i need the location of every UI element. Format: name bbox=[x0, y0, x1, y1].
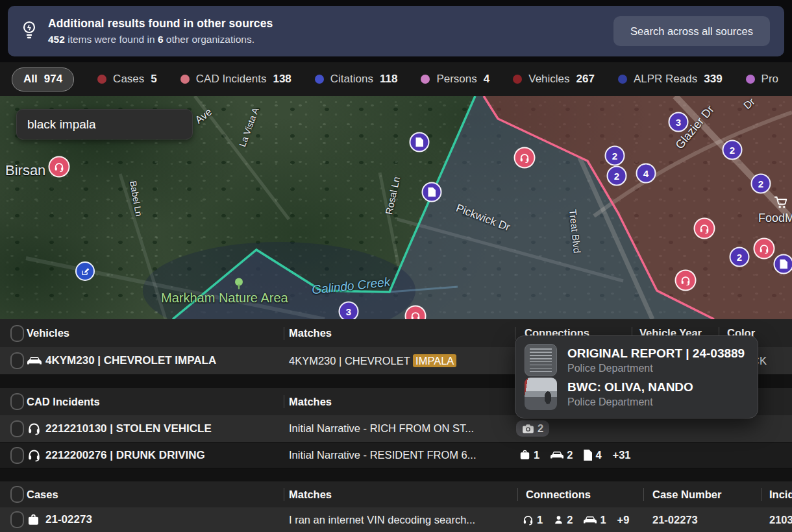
store-cart-icon bbox=[774, 195, 788, 210]
filter-citations[interactable]: Citations118 bbox=[315, 73, 398, 86]
filter-cad-incidents[interactable]: CAD Incidents138 bbox=[180, 73, 291, 86]
cad-row[interactable]: 2212210130 | STOLEN VEHICLE Initial Narr… bbox=[0, 415, 792, 442]
other-sources-banner: Additional results found in other source… bbox=[8, 6, 784, 56]
cases-matches-header: Matches bbox=[289, 489, 332, 501]
briefcase-icon bbox=[519, 450, 530, 461]
connections-popup: ORIGINAL REPORT | 24-03889 Police Depart… bbox=[515, 335, 758, 418]
headset-icon bbox=[519, 152, 530, 163]
select-all-cad-checkbox[interactable] bbox=[10, 393, 24, 410]
case-marker[interactable] bbox=[422, 182, 442, 202]
cad-section-title: CAD Incidents bbox=[27, 396, 100, 408]
incident-value: 2103 bbox=[769, 514, 792, 526]
banner-subtitle: 452 items were found in 6 other organiza… bbox=[48, 34, 273, 45]
citation-marker[interactable] bbox=[75, 261, 95, 281]
vehicle-title: 4KYM230 | CHEVROLET IMPALA bbox=[45, 354, 216, 367]
more-connections: +9 bbox=[617, 514, 630, 526]
case-row[interactable]: 21-02273 I ran an internet VIN decoding … bbox=[0, 507, 792, 532]
case-match: I ran an internet VIN decoding search... bbox=[289, 514, 475, 526]
cases-dot-icon bbox=[97, 75, 106, 84]
popup-item-bwc[interactable]: BWC: OLIVA, NANDO Police Department bbox=[525, 378, 749, 410]
headset-icon bbox=[699, 223, 710, 234]
search-all-sources-button[interactable]: Search across all sources bbox=[613, 16, 770, 46]
bwc-thumbnail bbox=[525, 378, 557, 410]
map-label-markham: Markham Nature Area bbox=[161, 291, 288, 306]
select-all-vehicles-checkbox[interactable] bbox=[10, 325, 24, 342]
cluster-marker[interactable]: 4 bbox=[636, 163, 656, 184]
car-icon bbox=[27, 356, 42, 365]
cluster-marker[interactable]: 2 bbox=[723, 140, 743, 160]
popup-item-report[interactable]: ORIGINAL REPORT | 24-03889 Police Depart… bbox=[525, 344, 749, 376]
pencil-icon bbox=[80, 267, 90, 276]
vehicles-matches-header: Matches bbox=[289, 327, 332, 339]
cad-row-checkbox[interactable] bbox=[10, 420, 24, 437]
popup-item-title: ORIGINAL REPORT | 24-03889 bbox=[567, 346, 745, 361]
lightbulb-icon bbox=[21, 20, 38, 42]
cluster-marker[interactable]: 3 bbox=[669, 112, 689, 132]
citations-dot-icon bbox=[315, 75, 324, 84]
popup-item-title: BWC: OLIVA, NANDO bbox=[567, 380, 693, 394]
cases-section-title: Cases bbox=[27, 489, 58, 501]
tree-icon bbox=[234, 278, 244, 291]
cluster-marker[interactable]: 2 bbox=[751, 174, 771, 194]
document-icon bbox=[415, 138, 423, 147]
vehicle-row-checkbox[interactable] bbox=[10, 352, 24, 369]
cad-incident-title: 2212210130 | STOLEN VEHICLE bbox=[45, 422, 212, 435]
headset-icon bbox=[54, 162, 65, 172]
filter-cases[interactable]: Cases5 bbox=[97, 73, 157, 86]
popup-item-org: Police Department bbox=[567, 363, 745, 374]
persons-dot-icon bbox=[421, 75, 430, 84]
map-search-input[interactable] bbox=[16, 109, 193, 139]
case-marker[interactable] bbox=[774, 254, 792, 274]
cad-incident-marker[interactable] bbox=[754, 238, 775, 260]
cad-row[interactable]: 2212200276 | DRUNK DRIVING Initial Narra… bbox=[0, 442, 792, 468]
cluster-marker[interactable]: 3 bbox=[339, 302, 359, 320]
case-marker[interactable] bbox=[410, 132, 430, 152]
filter-vehicles[interactable]: Vehicles267 bbox=[513, 73, 595, 86]
banner-title: Additional results found in other source… bbox=[48, 17, 273, 30]
case-row-checkbox[interactable] bbox=[10, 511, 24, 528]
banner-strip: Additional results found in other source… bbox=[0, 0, 792, 62]
camera-icon bbox=[522, 424, 534, 434]
cad-incident-marker[interactable] bbox=[49, 156, 70, 178]
report-thumbnail bbox=[525, 344, 557, 376]
case-title: 21-02273 bbox=[45, 513, 92, 526]
vehicles-section-title: Vehicles bbox=[27, 327, 69, 339]
match-highlight: IMPALA bbox=[413, 354, 456, 367]
popup-item-org: Police Department bbox=[567, 396, 693, 408]
document-icon bbox=[584, 450, 592, 461]
filter-pro[interactable]: Pro bbox=[746, 73, 778, 86]
select-all-cases-checkbox[interactable] bbox=[10, 486, 24, 503]
cluster-marker[interactable]: 2 bbox=[605, 146, 625, 166]
document-icon bbox=[428, 187, 436, 197]
cluster-marker[interactable]: 2 bbox=[607, 166, 627, 186]
car-icon bbox=[584, 516, 597, 524]
cad-dot-icon bbox=[180, 75, 190, 84]
result-type-filter-bar: All 974 Cases5 CAD Incidents138 Citation… bbox=[0, 62, 792, 96]
filter-all[interactable]: All 974 bbox=[12, 67, 74, 91]
cad-row-checkbox[interactable] bbox=[10, 447, 24, 464]
filter-alpr-reads[interactable]: ALPR Reads339 bbox=[618, 73, 723, 86]
filter-persons[interactable]: Persons4 bbox=[421, 73, 489, 86]
cases-connections-header: Connections bbox=[526, 489, 591, 501]
vehicles-dot-icon bbox=[513, 75, 522, 84]
alpr-dot-icon bbox=[618, 75, 627, 84]
map-label-birsan: Birsan bbox=[5, 162, 45, 179]
cad-incident-marker[interactable] bbox=[694, 218, 715, 239]
cad-incident-marker[interactable] bbox=[514, 147, 536, 169]
document-icon bbox=[780, 260, 787, 269]
camera-connection-pill[interactable]: 2 bbox=[516, 420, 549, 437]
person-icon bbox=[554, 514, 563, 526]
case-number-header: Case Number bbox=[652, 489, 721, 501]
connections-cell[interactable]: 1 2 4 +31 bbox=[519, 449, 631, 461]
headset-icon bbox=[410, 311, 421, 319]
cases-header: Cases Matches Connections Case Number In… bbox=[0, 481, 792, 507]
cad-incident-title: 2212200276 | DRUNK DRIVING bbox=[45, 449, 205, 462]
cad-match: Initial Narrative - RESIDENT FROM 6... bbox=[289, 449, 476, 461]
cluster-marker[interactable]: 2 bbox=[730, 247, 750, 267]
cad-incident-marker[interactable] bbox=[675, 270, 697, 291]
connections-cell[interactable]: 1 2 1 +9 bbox=[523, 514, 629, 526]
car-icon bbox=[551, 451, 563, 459]
headset-icon bbox=[523, 514, 534, 526]
map[interactable]: Birsan Ave La Vista A Babel Ln Rosal Ln … bbox=[0, 96, 792, 319]
pro-dot-icon bbox=[746, 75, 755, 84]
